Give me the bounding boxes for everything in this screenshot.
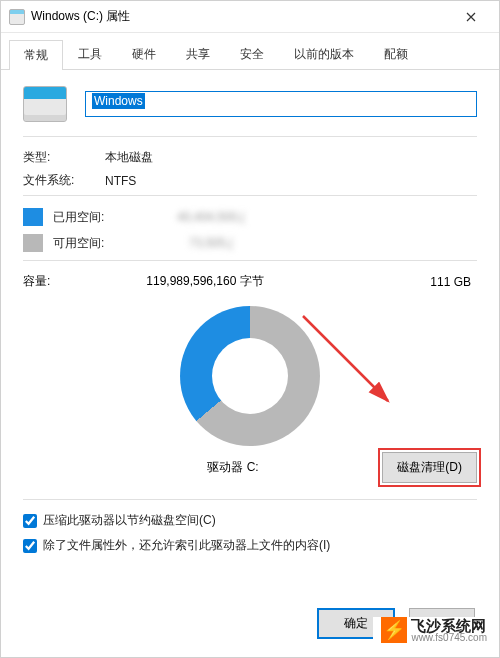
watermark: ⚡ 飞沙系统网 www.fs0745.com — [373, 617, 487, 643]
free-space-bytes: 73,505,( — [121, 236, 301, 250]
tab-tools[interactable]: 工具 — [63, 39, 117, 69]
tab-security[interactable]: 安全 — [225, 39, 279, 69]
drive-name-input[interactable]: Windows — [85, 91, 477, 117]
index-checkbox[interactable] — [23, 539, 37, 553]
index-label: 除了文件属性外，还允许索引此驱动器上文件的内容(I) — [43, 537, 330, 554]
tab-hardware[interactable]: 硬件 — [117, 39, 171, 69]
tab-sharing[interactable]: 共享 — [171, 39, 225, 69]
free-space-label: 可用空间: — [53, 235, 121, 252]
tab-quota[interactable]: 配额 — [369, 39, 423, 69]
disk-cleanup-button[interactable]: 磁盘清理(D) — [382, 452, 477, 483]
index-checkbox-row[interactable]: 除了文件属性外，还允许索引此驱动器上文件的内容(I) — [23, 537, 477, 554]
tab-general[interactable]: 常规 — [9, 40, 63, 70]
capacity-bytes: 119,989,596,160 字节 — [105, 273, 305, 290]
watermark-url: www.fs0745.com — [411, 633, 487, 643]
used-space-bytes: 40,404,500,( — [121, 210, 301, 224]
capacity-gb: 111 GB — [305, 275, 477, 289]
watermark-name: 飞沙系统网 — [411, 618, 487, 633]
watermark-logo: ⚡ — [381, 617, 407, 643]
filesystem-label: 文件系统: — [23, 172, 105, 189]
compress-label: 压缩此驱动器以节约磁盘空间(C) — [43, 512, 216, 529]
drive-name-value: Windows — [92, 93, 145, 109]
usage-donut-chart — [180, 306, 320, 446]
separator — [23, 136, 477, 137]
drive-letter-label: 驱动器 C: — [143, 459, 323, 476]
drive-icon — [9, 9, 25, 25]
separator — [23, 260, 477, 261]
tab-previous[interactable]: 以前的版本 — [279, 39, 369, 69]
filesystem-value: NTFS — [105, 174, 477, 188]
capacity-label: 容量: — [23, 273, 105, 290]
titlebar: Windows (C:) 属性 — [1, 1, 499, 33]
window-title: Windows (C:) 属性 — [31, 8, 451, 25]
separator — [23, 195, 477, 196]
used-space-label: 已用空间: — [53, 209, 121, 226]
tab-strip: 常规 工具 硬件 共享 安全 以前的版本 配额 — [1, 33, 499, 70]
separator — [23, 499, 477, 500]
free-space-swatch — [23, 234, 43, 252]
type-value: 本地磁盘 — [105, 149, 477, 166]
compress-checkbox[interactable] — [23, 514, 37, 528]
tab-content: Windows 类型: 本地磁盘 文件系统: NTFS 已用空间: 40,404… — [1, 70, 499, 572]
type-label: 类型: — [23, 149, 105, 166]
close-button[interactable] — [451, 3, 491, 31]
used-space-swatch — [23, 208, 43, 226]
compress-checkbox-row[interactable]: 压缩此驱动器以节约磁盘空间(C) — [23, 512, 477, 529]
drive-large-icon — [23, 86, 67, 122]
